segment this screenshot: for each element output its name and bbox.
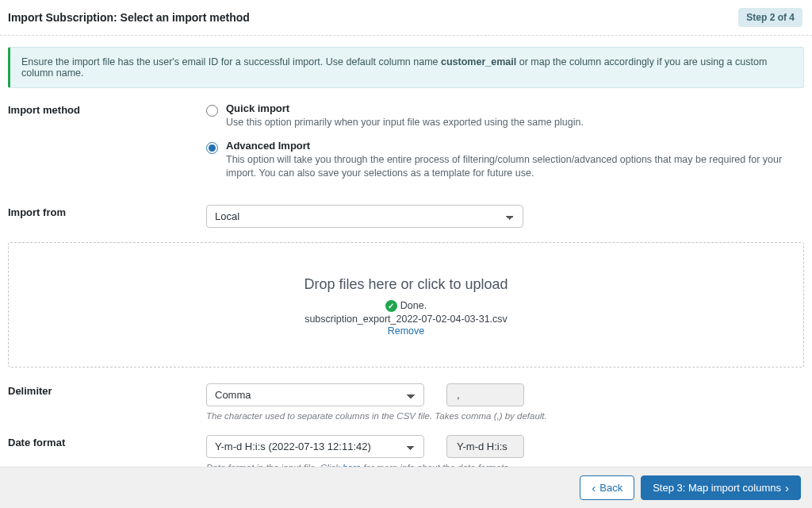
radio-advanced-title: Advanced Import bbox=[226, 140, 804, 152]
radio-advanced-import[interactable]: Advanced Import This option will take yo… bbox=[206, 140, 804, 181]
radio-quick-input[interactable] bbox=[206, 105, 218, 117]
footer-bar: ‹ Back Step 3: Map import columns › bbox=[0, 467, 812, 508]
field-delimiter: Delimiter Comma , The character used to … bbox=[8, 383, 804, 421]
upload-done-row: ✓ Done. bbox=[385, 300, 427, 312]
uploaded-filename: subscription_export_2022-07-02-04-03-31.… bbox=[25, 314, 787, 325]
delimiter-hint: The character used to separate columns i… bbox=[206, 411, 804, 421]
notice-bold: customer_email bbox=[441, 56, 516, 67]
check-icon: ✓ bbox=[385, 300, 397, 312]
import-from-label: Import from bbox=[8, 205, 206, 218]
radio-quick-import[interactable]: Quick import Use this option primarily w… bbox=[206, 102, 804, 130]
step-badge: Step 2 of 4 bbox=[738, 8, 802, 27]
main-content: Ensure the import file has the user's em… bbox=[0, 36, 812, 472]
file-dropzone[interactable]: Drop files here or click to upload ✓ Don… bbox=[8, 242, 804, 368]
back-button-label: Back bbox=[599, 482, 622, 494]
import-from-control: Local bbox=[206, 205, 804, 228]
notice-prefix: Ensure the import file has the user's em… bbox=[21, 56, 441, 67]
import-from-select[interactable]: Local bbox=[206, 205, 523, 228]
delimiter-select[interactable]: Comma bbox=[206, 383, 424, 406]
delimiter-inline: Comma , bbox=[206, 383, 804, 406]
radio-quick-title: Quick import bbox=[226, 102, 804, 114]
remove-file-link[interactable]: Remove bbox=[25, 325, 787, 337]
dropzone-title: Drop files here or click to upload bbox=[25, 276, 787, 293]
page-title: Import Subscription: Select an import me… bbox=[8, 11, 250, 24]
page-header: Import Subscription: Select an import me… bbox=[0, 0, 812, 36]
radio-advanced-body: Advanced Import This option will take yo… bbox=[226, 140, 804, 181]
date-format-inline: Y-m-d H:i:s (2022-07-13 12:11:42) Y-m-d … bbox=[206, 435, 804, 458]
radio-advanced-desc: This option will take you through the en… bbox=[226, 153, 797, 181]
upload-done-text: Done. bbox=[400, 300, 427, 311]
field-import-from: Import from Local bbox=[8, 205, 804, 228]
chevron-right-icon: › bbox=[785, 482, 789, 494]
delimiter-label: Delimiter bbox=[8, 383, 206, 397]
next-step-button[interactable]: Step 3: Map import columns › bbox=[641, 475, 801, 500]
date-format-select[interactable]: Y-m-d H:i:s (2022-07-13 12:11:42) bbox=[206, 435, 424, 458]
delimiter-control: Comma , The character used to separate c… bbox=[206, 383, 804, 421]
chevron-left-icon: ‹ bbox=[592, 482, 596, 494]
date-format-pattern-display: Y-m-d H:i:s bbox=[446, 435, 524, 458]
field-import-method: Import method Quick import Use this opti… bbox=[8, 102, 804, 190]
date-format-label: Date format bbox=[8, 435, 206, 448]
radio-quick-body: Quick import Use this option primarily w… bbox=[226, 102, 804, 130]
import-method-control: Quick import Use this option primarily w… bbox=[206, 102, 804, 190]
next-button-label: Step 3: Map import columns bbox=[653, 482, 781, 494]
back-button[interactable]: ‹ Back bbox=[580, 475, 634, 500]
delimiter-char-display: , bbox=[446, 383, 524, 406]
info-notice: Ensure the import file has the user's em… bbox=[8, 47, 804, 88]
radio-quick-desc: Use this option primarily when your inpu… bbox=[226, 116, 797, 130]
import-method-label: Import method bbox=[8, 102, 206, 116]
radio-advanced-input[interactable] bbox=[206, 142, 218, 154]
